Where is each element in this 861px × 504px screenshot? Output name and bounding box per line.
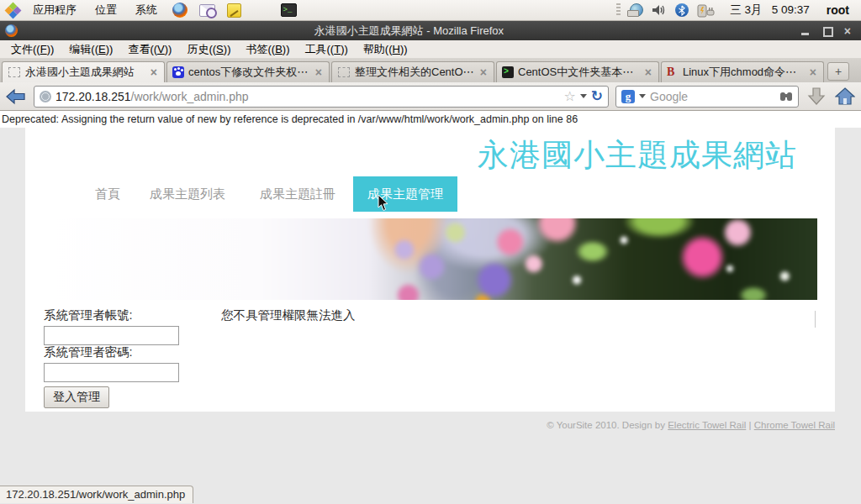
terminal-favicon-icon: > (502, 66, 514, 78)
network-icon (630, 3, 643, 17)
search-input[interactable] (650, 90, 775, 103)
page-background: 永港國小主題成果網站 首頁 成果主題列表 成果主題註冊 成果主題管理 系統管理者… (0, 128, 861, 504)
network-tray[interactable] (630, 3, 643, 17)
url-dropdown-icon[interactable] (580, 94, 587, 98)
admin-password-label: 系統管理者密碼: (44, 344, 133, 360)
notes-launcher[interactable] (224, 1, 243, 19)
menu-view[interactable]: 查看(V) (120, 40, 179, 58)
status-bar-url: 172.20.18.251/work/work_admin.php (0, 486, 193, 503)
nav-topic-manage-link[interactable]: 成果主題管理 (353, 176, 457, 212)
mail-icon (199, 4, 215, 17)
menu-history[interactable]: 历史(S) (179, 40, 238, 58)
tab-site[interactable]: 永港國小主題成果網站 × (2, 61, 165, 82)
system-menu[interactable]: 系统 (126, 0, 166, 20)
close-button[interactable]: × (844, 26, 851, 36)
search-engine-dropdown-icon[interactable] (639, 94, 646, 98)
favicon-placeholder-icon (8, 67, 20, 77)
window-title: 永港國小主題成果網站 - Mozilla Firefox (18, 24, 800, 39)
power-tray[interactable] (697, 3, 716, 18)
favicon-placeholder-icon (338, 67, 350, 77)
site-footer: © YourSite 2010. Design by Electric Towe… (547, 420, 835, 430)
menu-bookmarks[interactable]: 书签(B) (238, 40, 297, 58)
tab-close-icon[interactable]: × (314, 66, 324, 79)
new-tab-button[interactable]: + (827, 62, 849, 81)
menu-edit[interactable]: 编辑(E) (61, 40, 120, 58)
nav-home-link[interactable]: 首頁 (95, 176, 120, 212)
admin-account-input[interactable] (44, 326, 179, 345)
page-viewport: Deprecated: Assigning the return value o… (0, 111, 861, 504)
navigation-toolbar: 172.20.18.251/work/work_admin.php ☆ ↻ g (0, 82, 861, 111)
maximize-button[interactable] (822, 26, 832, 36)
google-engine-icon[interactable]: g (621, 90, 635, 103)
admin-password-input[interactable] (44, 363, 179, 382)
desktop-screen: 应用程序 位置 系统 >_ 三 3月 5 09:37 root (0, 0, 861, 504)
footer-link-electric[interactable]: Electric Towel Rail (668, 420, 746, 430)
tab-bar: 永港國小主題成果網站 × centos下修改文件夹权⋯ × 整理文件相关的Cen… (0, 59, 861, 82)
nav-topic-list-link[interactable]: 成果主題列表 (150, 176, 225, 212)
reload-icon[interactable]: ↻ (591, 90, 603, 103)
php-deprecated-warning: Deprecated: Assigning the return value o… (0, 111, 861, 127)
panel-clock[interactable]: 三 3月 5 09:37 (720, 3, 820, 18)
firefox-icon (172, 3, 188, 18)
menu-help[interactable]: 帮助(H) (356, 40, 415, 58)
iteye-favicon-icon: B (667, 66, 679, 78)
note-icon (227, 3, 241, 18)
volume-icon (652, 3, 667, 17)
terminal-icon: >_ (281, 3, 297, 17)
window-firefox-icon (5, 24, 18, 37)
menu-tools[interactable]: 工具(T) (298, 40, 356, 58)
binoculars-icon (779, 91, 793, 102)
volume-tray[interactable] (652, 3, 667, 17)
back-button[interactable] (5, 86, 27, 108)
places-menu[interactable]: 位置 (86, 0, 126, 20)
tab-close-icon[interactable]: × (643, 66, 653, 79)
page-content: 永港國小主題成果網站 首頁 成果主題列表 成果主題註冊 成果主題管理 系統管理者… (25, 128, 835, 412)
nav-topic-register-link[interactable]: 成果主題註冊 (260, 176, 335, 212)
downloads-button[interactable] (806, 86, 827, 108)
site-title: 永港國小主題成果網站 (478, 134, 797, 176)
bookmark-star-icon[interactable]: ☆ (563, 90, 575, 103)
firefox-launcher[interactable] (171, 1, 189, 19)
flower-banner-image (46, 218, 817, 300)
tab-file-organize[interactable]: 整理文件相关的CentO⋯ × (331, 61, 494, 82)
url-text[interactable]: 172.20.18.251/work/work_admin.php (55, 90, 559, 103)
terminal-launcher[interactable]: >_ (279, 1, 298, 19)
url-bar[interactable]: 172.20.18.251/work/work_admin.php ☆ ↻ (34, 86, 609, 108)
baidu-favicon-icon (172, 66, 184, 78)
footer-link-chrome[interactable]: Chrome Towel Rail (754, 420, 835, 430)
browser-menubar: 文件(F) 编辑(E) 查看(V) 历史(S) 书签(B) 工具(T) 帮助(H… (0, 40, 861, 59)
site-identity-globe-icon[interactable] (40, 91, 51, 102)
search-bar[interactable]: g (615, 86, 799, 108)
gnome-top-panel: 应用程序 位置 系统 >_ 三 3月 5 09:37 root (0, 0, 861, 21)
panel-username: root (820, 3, 856, 17)
login-submit-button[interactable]: 登入管理 (44, 386, 109, 408)
tab-centos-folder[interactable]: > CentOS中文件夹基本⋯ × (496, 61, 659, 82)
tab-close-icon[interactable]: × (149, 66, 159, 79)
table-cell-divider (815, 311, 816, 328)
permission-denied-message: 您不具管理權限無法進入 (221, 307, 356, 323)
minimize-button[interactable] (800, 26, 811, 36)
tab-close-icon[interactable]: × (808, 66, 818, 79)
back-arrow-icon (6, 88, 26, 105)
applications-menu[interactable]: 应用程序 (24, 0, 86, 20)
site-navigation: 首頁 成果主題列表 成果主題註冊 成果主題管理 (25, 176, 835, 212)
firefox-window: 永港國小主題成果網站 - Mozilla Firefox × 文件(F) 编辑(… (0, 21, 861, 504)
evolution-launcher[interactable] (198, 1, 216, 19)
tab-chmod[interactable]: B Linux下用chmod命令⋯ × (661, 61, 824, 82)
home-icon (835, 87, 855, 106)
menu-file[interactable]: 文件(F) (3, 40, 61, 58)
battery-icon (697, 3, 716, 18)
tray-grip-handle[interactable] (616, 3, 621, 17)
bluetooth-tray[interactable] (675, 3, 689, 17)
tab-baidu-centos[interactable]: centos下修改文件夹权⋯ × (166, 61, 330, 82)
tab-close-icon[interactable]: × (478, 66, 489, 79)
admin-account-label: 系統管理者帳號: (44, 307, 133, 323)
home-button[interactable] (834, 86, 856, 108)
bluetooth-icon (675, 3, 689, 17)
window-titlebar[interactable]: 永港國小主題成果網站 - Mozilla Firefox × (0, 21, 861, 40)
download-arrow-icon (807, 87, 826, 107)
centos-logo-icon[interactable] (6, 3, 20, 18)
